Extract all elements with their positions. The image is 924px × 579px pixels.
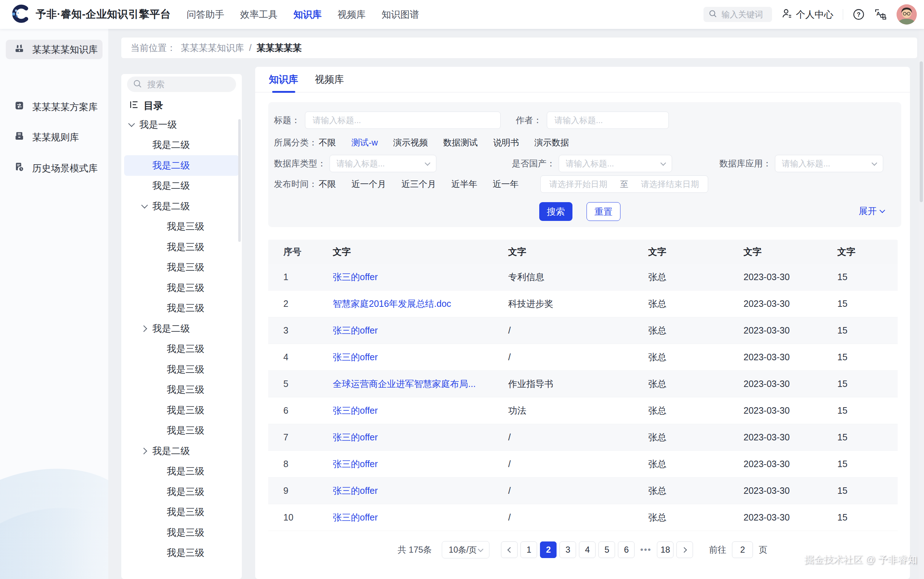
date-range-picker[interactable]: 请选择开始日期 至 请选择结束日期 — [540, 175, 708, 193]
nav-item[interactable]: 视频库 — [337, 8, 366, 21]
tree-expand-icon[interactable] — [155, 550, 162, 557]
tree-expand-icon[interactable] — [141, 203, 148, 210]
page-number-button[interactable]: 4 — [579, 541, 595, 558]
publish-time-option[interactable]: 近三个月 — [401, 179, 436, 189]
document-title-link[interactable]: 张三的offer — [333, 486, 378, 496]
tree-node[interactable]: 我是三级 — [124, 237, 239, 257]
page-number-button[interactable]: 5 — [599, 541, 615, 558]
author-filter-input[interactable] — [554, 115, 662, 126]
document-title-link[interactable]: 张三的offer — [333, 512, 378, 522]
publish-time-option[interactable]: 近半年 — [451, 179, 477, 189]
page-number-button[interactable]: 1 — [520, 541, 537, 558]
tree-search[interactable] — [127, 77, 236, 92]
document-title-link[interactable]: 张三的offer — [333, 352, 378, 362]
db-app-select[interactable]: 请输入标题... — [775, 155, 883, 172]
page-size-select[interactable]: 10条/页 — [442, 541, 489, 558]
tree-node[interactable]: 我是三级 — [124, 380, 239, 400]
tree-expand-icon[interactable] — [155, 345, 162, 353]
tree-node[interactable]: 我是二级 — [124, 176, 239, 196]
document-title-link[interactable]: 张三的offer — [333, 406, 378, 415]
document-title-link[interactable]: 张三的offer — [333, 325, 378, 335]
search-button[interactable]: 搜索 — [539, 202, 572, 221]
tree-node[interactable]: 我是三级 — [124, 298, 239, 319]
sidebar-item-history-scene-base[interactable]: 历史场景模式库 — [6, 159, 103, 178]
tree-expand-icon[interactable] — [155, 305, 162, 312]
document-title-link[interactable]: 全球运营商企业进军智慧家庭布局... — [333, 379, 476, 389]
tree-node[interactable]: 我是三级 — [124, 502, 239, 523]
publish-time-option[interactable]: 近一年 — [493, 179, 518, 189]
tree-expand-icon[interactable] — [155, 406, 162, 414]
sidebar-item-rules-base[interactable]: 某某规则库 — [6, 128, 103, 147]
global-search[interactable] — [703, 7, 772, 22]
publish-time-option[interactable]: 近一个月 — [351, 179, 386, 189]
nav-item[interactable]: 问答助手 — [186, 8, 224, 21]
tree-node[interactable]: 我是三级 — [124, 420, 239, 441]
tree-expand-icon[interactable] — [155, 509, 162, 516]
tree-node[interactable]: 我是三级 — [124, 543, 239, 563]
tree-expand-icon[interactable] — [155, 366, 162, 373]
tree-node[interactable]: 我是三级 — [124, 522, 239, 543]
tree-expand-icon[interactable] — [155, 529, 162, 536]
tree-node[interactable]: 我是三级 — [124, 481, 239, 502]
reset-button[interactable]: 重置 — [587, 202, 620, 221]
global-search-input[interactable] — [721, 10, 769, 20]
category-option[interactable]: 测试-w — [351, 137, 378, 147]
tree-expand-icon[interactable] — [141, 182, 148, 190]
goto-page-input[interactable] — [732, 541, 753, 558]
profile-center[interactable]: 个人中心 — [782, 8, 833, 21]
db-type-select[interactable]: 请输入标题... — [330, 155, 437, 172]
help-icon[interactable]: ? — [852, 8, 865, 21]
sidebar-item-solution-base[interactable]: 某某某某方案库 — [6, 97, 103, 116]
document-title-link[interactable]: 智慧家庭2016年发展总结.doc — [333, 299, 451, 309]
category-option[interactable]: 说明书 — [493, 137, 519, 147]
tree-node[interactable]: 我是三级 — [124, 359, 239, 380]
tree-search-input[interactable] — [147, 79, 227, 90]
tree-node[interactable]: 我是三级 — [124, 278, 239, 298]
tree-node[interactable]: 我是二级 — [124, 155, 239, 176]
category-option[interactable]: 数据测试 — [443, 137, 478, 147]
tree-node[interactable]: 我是二级 — [124, 135, 239, 155]
next-page-button[interactable] — [676, 541, 693, 558]
page-scrollbar-thumb[interactable] — [920, 61, 923, 202]
content-tab[interactable]: 视频库 — [315, 67, 344, 92]
translate-icon[interactable]: A — [874, 8, 887, 21]
tree-expand-icon[interactable] — [155, 243, 162, 250]
tree-node[interactable]: 我是三级 — [124, 339, 239, 360]
tree-node[interactable]: 我是三级 — [124, 400, 239, 420]
page-number-button[interactable]: ••• — [638, 541, 654, 558]
tree-expand-icon[interactable] — [141, 162, 148, 169]
tree-expand-icon[interactable] — [155, 488, 162, 495]
category-option[interactable]: 演示视频 — [393, 137, 428, 147]
tree-node[interactable]: 我是二级 — [124, 441, 239, 461]
document-title-link[interactable]: 张三的offer — [333, 272, 378, 282]
tree-scrollbar[interactable] — [238, 119, 241, 242]
category-option[interactable]: 不限 — [319, 137, 336, 147]
tree-expand-icon[interactable] — [155, 284, 162, 291]
tree-expand-icon[interactable] — [155, 223, 162, 230]
tree-node[interactable]: 我是二级 — [124, 318, 239, 339]
document-title-link[interactable]: 张三的offer — [333, 459, 378, 469]
tree-expand-icon[interactable] — [141, 142, 148, 149]
tree-node[interactable]: 我是三级 — [124, 257, 239, 278]
tree-expand-icon[interactable] — [128, 121, 135, 128]
publish-time-option[interactable]: 不限 — [319, 179, 336, 189]
nav-item[interactable]: 知识图谱 — [381, 8, 419, 21]
tree-expand-icon[interactable] — [141, 447, 148, 455]
nav-item[interactable]: 知识库 — [293, 8, 322, 21]
tree-node[interactable]: 我是三级 — [124, 217, 239, 237]
tree-node[interactable]: 我是三级 — [124, 461, 239, 482]
page-number-button[interactable]: 3 — [559, 541, 576, 558]
category-option[interactable]: 演示数据 — [535, 137, 569, 147]
title-filter-input[interactable] — [312, 115, 494, 126]
content-tab[interactable]: 知识库 — [269, 67, 298, 92]
tree-expand-icon[interactable] — [155, 386, 162, 393]
breadcrumb-parent[interactable]: 某某某某知识库 — [181, 42, 244, 54]
tree-expand-icon[interactable] — [141, 325, 148, 332]
tree-expand-icon[interactable] — [155, 264, 162, 271]
sidebar-item-knowledge-base[interactable]: 某某某某知识库 — [6, 40, 103, 59]
page-number-button[interactable]: 2 — [540, 541, 556, 558]
tree-expand-icon[interactable] — [155, 468, 162, 475]
prev-page-button[interactable] — [501, 541, 518, 558]
expand-toggle[interactable]: 展开 — [859, 205, 884, 217]
tree-expand-icon[interactable] — [155, 427, 162, 434]
